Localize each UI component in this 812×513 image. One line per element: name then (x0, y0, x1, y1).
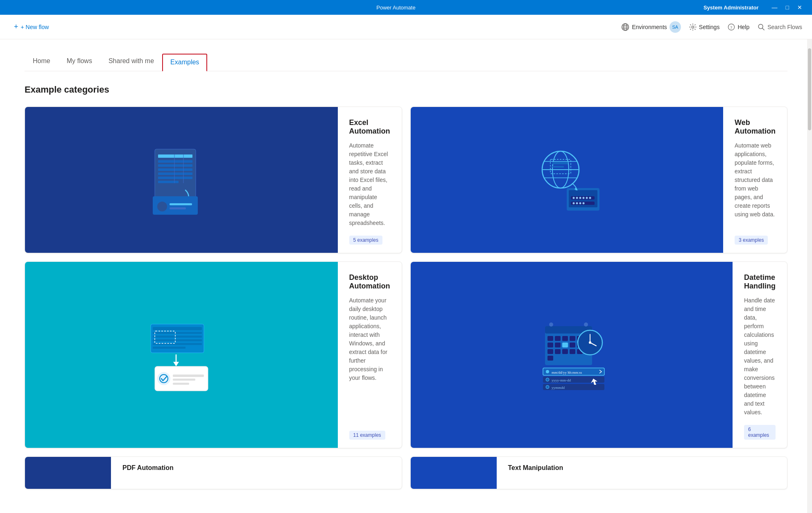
tab-my-flows[interactable]: My flows (59, 52, 100, 71)
topbar-right: Environments SA Settings ? Help Sea (621, 21, 802, 33)
svg-rect-48 (552, 162, 568, 164)
card-text-body: Text Manipulation (497, 457, 787, 489)
card-desktop-body: Desktop Automation Automate your daily d… (338, 262, 402, 448)
environments-button[interactable]: Environments SA (621, 21, 681, 33)
card-excel[interactable]: Excel Automation Automate repetitive Exc… (25, 107, 402, 253)
svg-rect-73 (562, 336, 568, 341)
card-datetime[interactable]: mm/dd/yy hh:mm:ss yyyy-mm-dd yymmdd Date… (410, 261, 788, 448)
svg-rect-14 (158, 168, 192, 171)
svg-rect-79 (562, 343, 568, 347)
svg-point-100 (546, 386, 549, 389)
svg-rect-13 (158, 164, 192, 167)
svg-rect-83 (547, 349, 553, 354)
user-name: System Administrator (703, 5, 759, 11)
main-content: Home My flows Shared with me Examples Ex… (0, 39, 812, 513)
svg-text:mm/dd/yy hh:mm:ss: mm/dd/yy hh:mm:ss (552, 370, 582, 375)
maximize-button[interactable]: □ (783, 2, 792, 12)
svg-rect-24 (170, 207, 186, 209)
tab-examples-label: Examples (170, 59, 199, 66)
help-label: Help (737, 24, 749, 30)
svg-text:yyyy-mm-dd: yyyy-mm-dd (552, 378, 571, 382)
svg-rect-15 (158, 173, 192, 175)
card-pdf-body: PDF Automation (111, 457, 402, 489)
svg-point-97 (546, 378, 549, 381)
card-excel-body: Excel Automation Automate repetitive Exc… (338, 107, 402, 253)
titlebar: Power Automate System Administrator — □ … (0, 0, 812, 15)
card-pdf-title: PDF Automation (122, 464, 390, 472)
desktop-illustration (147, 318, 216, 392)
svg-point-38 (579, 197, 581, 199)
svg-rect-52 (153, 327, 202, 330)
tab-my-flows-label: My flows (67, 57, 92, 64)
environments-label: Environments (632, 24, 667, 30)
svg-rect-84 (555, 349, 561, 354)
card-desktop-image (25, 262, 338, 448)
svg-marker-60 (173, 362, 179, 366)
svg-rect-49 (552, 166, 564, 168)
svg-point-5 (692, 26, 694, 28)
settings-icon (689, 23, 697, 31)
svg-rect-11 (158, 154, 192, 158)
svg-text:?: ? (731, 25, 733, 30)
web-illustration (532, 143, 602, 217)
tab-shared-with-me[interactable]: Shared with me (100, 52, 162, 71)
card-web[interactable]: Web Automation Automate web applications… (410, 107, 788, 253)
env-avatar: SA (670, 21, 681, 33)
topbar-left: + + New flow (10, 20, 53, 34)
svg-point-70 (584, 322, 588, 327)
cards-grid: Excel Automation Automate repetitive Exc… (25, 107, 787, 506)
tab-navigation: Home My flows Shared with me Examples (25, 39, 787, 71)
scrollbar-thumb[interactable] (808, 48, 811, 130)
card-datetime-badge: 6 examples (744, 425, 776, 440)
svg-rect-57 (153, 347, 185, 349)
help-icon: ? (728, 23, 735, 31)
tab-home[interactable]: Home (25, 52, 59, 71)
app-title: Power Automate (88, 5, 703, 11)
minimize-button[interactable]: — (769, 2, 781, 12)
card-desktop-badge: 11 examples (349, 431, 385, 440)
svg-rect-88 (547, 356, 553, 361)
svg-rect-86 (570, 349, 575, 354)
card-datetime-description: Handle date and time data, perform calcu… (744, 296, 776, 417)
svg-rect-53 (153, 332, 202, 334)
tab-home-label: Home (33, 57, 50, 64)
settings-label: Settings (699, 24, 720, 30)
svg-rect-16 (158, 177, 192, 179)
new-flow-button[interactable]: + + New flow (10, 20, 53, 34)
close-button[interactable]: ✕ (794, 2, 805, 12)
svg-rect-71 (547, 336, 553, 341)
tab-shared-label: Shared with me (109, 57, 154, 64)
svg-rect-65 (173, 379, 195, 381)
card-pdf-partial[interactable]: PDF Automation (25, 456, 402, 489)
globe-icon (621, 23, 629, 31)
card-desktop[interactable]: Desktop Automation Automate your daily d… (25, 261, 402, 448)
search-flows-label: Search Flows (767, 24, 802, 30)
card-web-badge: 3 examples (735, 236, 768, 245)
card-excel-description: Automate repetitive Excel tasks, extract… (349, 141, 390, 227)
card-web-title: Web Automation (735, 118, 776, 136)
svg-point-44 (576, 202, 578, 204)
svg-rect-54 (153, 336, 202, 338)
plus-icon: + (14, 23, 18, 31)
card-web-body: Web Automation Automate web applications… (723, 107, 787, 253)
card-datetime-body: Datetime Handling Handle date and time d… (733, 262, 787, 448)
datetime-illustration: mm/dd/yy hh:mm:ss yyyy-mm-dd yymmdd (537, 318, 606, 392)
card-text-partial[interactable]: Text Manipulation (410, 456, 788, 489)
svg-rect-72 (555, 336, 561, 341)
svg-rect-25 (198, 203, 201, 211)
card-web-description: Automate web applications, populate form… (735, 141, 776, 219)
svg-point-62 (157, 372, 170, 385)
card-datetime-image: mm/dd/yy hh:mm:ss yyyy-mm-dd yymmdd (411, 262, 733, 448)
svg-line-9 (762, 28, 765, 30)
svg-rect-26 (203, 204, 206, 211)
card-desktop-description: Automate your daily desktop routine, lau… (349, 296, 390, 382)
svg-rect-80 (570, 343, 575, 347)
tab-examples[interactable]: Examples (162, 54, 207, 72)
help-button[interactable]: ? Help (728, 23, 749, 31)
settings-button[interactable]: Settings (689, 23, 720, 31)
svg-point-37 (576, 197, 578, 199)
svg-point-22 (157, 202, 167, 211)
card-excel-badge: 5 examples (349, 236, 382, 245)
search-flows-button[interactable]: Search Flows (758, 23, 802, 31)
svg-rect-27 (208, 202, 212, 211)
